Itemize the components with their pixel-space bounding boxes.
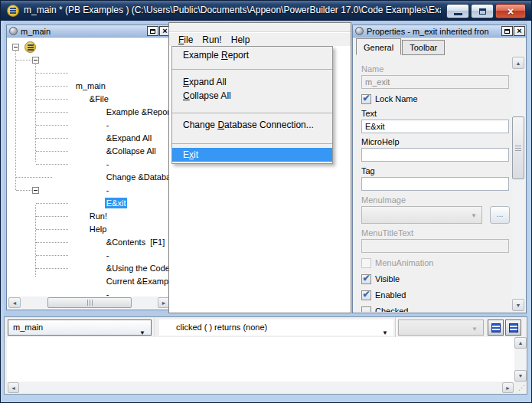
script-vertical-scrollbar[interactable]: ▲ ▼ [514,337,527,382]
scroll-down-icon: ▼ [516,303,521,308]
properties-close-button[interactable]: × [514,26,525,36]
maximize-icon [150,29,155,34]
tree-item[interactable]: Current &Example Help [S [8,236,171,249]
properties-maximize-button[interactable] [501,26,513,36]
scroll-right-button[interactable]: ► [502,382,514,393]
microhelp-field[interactable] [361,148,509,162]
menu-item[interactable]: Change Database Connection... [172,118,332,132]
tree-horizontal-scrollbar[interactable]: ◄ ► [8,297,171,309]
event-dropdown-value: clicked ( ) returns (none) [176,323,267,332]
tree-item[interactable]: Help [8,184,171,197]
properties-form: Name ✔ Lock Name Text MicroHelp Tag Menu… [353,55,511,312]
menu-item[interactable] [172,69,332,70]
file-menu-dropdown: Example Report Expand All Collapse All C… [171,46,333,164]
menutitletext-label: MenuTitleText [361,228,511,238]
scroll-up-button[interactable]: ▲ [514,337,527,349]
menu-object-icon [24,41,36,53]
tab-toolbar[interactable]: Toolbar [402,40,445,55]
tree-item[interactable]: - [8,80,171,93]
title-bar[interactable]: m_main * (PB Examples ) (C:\Users\Public… [1,1,532,21]
minimize-button[interactable] [446,4,469,18]
enabled-label: Enabled [375,290,406,300]
menu-item[interactable]: Example Report [172,48,332,62]
tree-maximize-button[interactable] [147,26,158,36]
enabled-checkbox[interactable]: ✔ Enabled [361,289,511,301]
scroll-up-icon: ▲ [518,340,524,346]
tree-item[interactable]: m_main [8,41,171,54]
menubar-item[interactable]: File [174,34,197,45]
scroll-up-icon: ▲ [516,61,521,66]
tree-item[interactable]: - [8,119,171,132]
preview-titlebar-sliver[interactable] [169,23,351,32]
tree-item[interactable]: Change &Database Conne [8,132,171,145]
name-label: Name [361,64,511,74]
event-dropdown[interactable]: clicked ( ) returns (none) ▼ [159,319,393,336]
menuimage-dropdown: ▼ [361,206,482,224]
scroll-left-button[interactable]: ◄ [8,382,19,393]
close-icon: × [517,27,521,35]
menu-item[interactable]: Exit [172,148,332,162]
tree-item[interactable]: &Contents [F1] [8,197,171,210]
tree-expander-icon[interactable] [32,57,39,64]
chevron-down-icon: ▼ [472,326,478,333]
object-dropdown-value: m_main [13,323,43,332]
tag-label: Tag [361,166,511,175]
tree-item[interactable]: &Using the Code Examples [8,223,171,236]
menutitletext-field [361,239,509,253]
checkbox-icon: ✔ [361,290,371,300]
scroll-down-button[interactable]: ▼ [514,370,527,382]
menuimage-browse-button[interactable]: ... [490,206,510,224]
tree-item[interactable]: &Collapse All [8,106,171,119]
properties-title: Properties - m_exit inherited fron [367,27,501,36]
script-lines-icon [509,323,518,333]
tree-item[interactable]: - [8,145,171,158]
name-field [361,75,509,89]
scroll-up-button[interactable]: ▲ [512,57,524,69]
menubar-item[interactable]: Run! [197,34,226,45]
tree-item[interactable]: - [8,210,171,223]
menu-item[interactable]: Collapse All [172,89,332,103]
tree-expander-icon[interactable] [32,187,39,194]
text-field[interactable] [361,120,509,133]
tree-item[interactable]: &About [8,262,171,275]
tab-general[interactable]: General [356,38,401,55]
tree-item[interactable]: &Expand All [8,93,171,106]
tree-item[interactable]: &File [8,54,171,67]
tree-window-titlebar[interactable]: m_main × [7,25,171,38]
scrollbar-thumb[interactable] [512,116,524,179]
tag-field[interactable] [361,177,509,191]
menubar-item[interactable]: Help [227,34,255,45]
menu-item[interactable] [172,143,332,144]
menu-preview-window: File Run! Help Example Report Expand All… [168,22,351,313]
script-editor[interactable] [7,337,514,382]
resize-grip[interactable]: ⋰ [514,382,527,394]
script-list-button-2[interactable] [505,319,521,336]
visible-checkbox[interactable]: ✔ Visible [361,273,511,285]
restore-icon [479,8,486,15]
app-menu-icon [7,5,19,17]
scrollbar-thumb[interactable] [47,297,132,308]
menu-item[interactable]: Expand All [172,75,332,89]
menu-tree: m_main &File Example &Report [8,38,171,275]
script-list-button[interactable] [488,319,504,336]
properties-vertical-scrollbar[interactable]: ▲ ▼ [512,57,524,311]
text-label: Text [361,109,511,118]
menuanimation-checkbox: MenuAnimation [361,257,511,269]
tree-item[interactable]: E&xit [8,158,171,171]
tree-item[interactable]: Run! [8,171,171,184]
scroll-down-button[interactable]: ▼ [512,299,524,311]
menu-item[interactable] [172,113,332,113]
lock-name-checkbox[interactable]: ✔ Lock Name [361,93,511,105]
scroll-left-button[interactable]: ◄ [8,297,21,308]
checked-label: Checked [375,306,408,312]
object-dropdown[interactable]: m_main ▼ [8,319,152,336]
tree-item[interactable]: - [8,249,171,262]
close-button[interactable]: × [495,4,526,18]
script-horizontal-scrollbar[interactable]: ◄ ► [7,382,514,394]
restore-button[interactable] [471,4,494,18]
tree-expander-icon[interactable] [12,44,19,51]
tree-item[interactable]: Example &Report [8,67,171,80]
properties-titlebar[interactable]: Properties - m_exit inherited fron × [353,25,526,38]
tree-item-label: - [105,289,111,297]
checked-checkbox[interactable]: Checked [361,305,511,312]
